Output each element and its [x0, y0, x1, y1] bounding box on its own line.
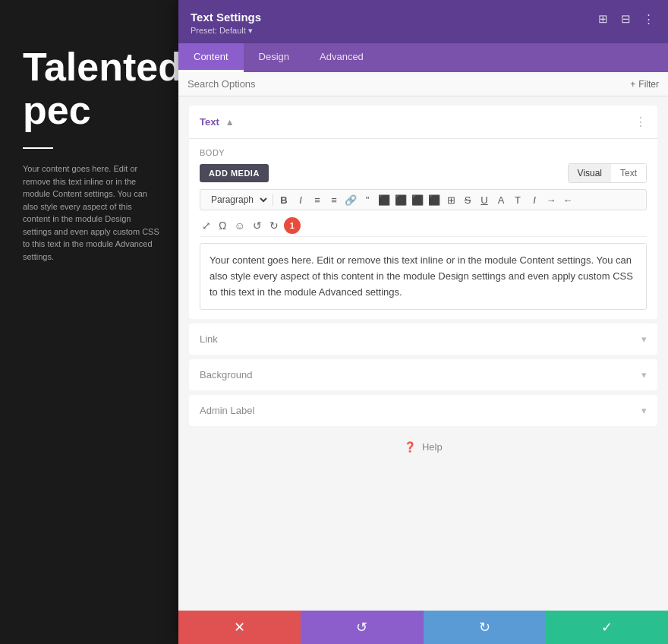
action-badge: 1	[284, 217, 301, 234]
unordered-list-button[interactable]: ≡	[310, 192, 325, 207]
modal-title: Text Settings	[191, 11, 261, 24]
modal-header-icons: ⊞ ⊟ ⋮	[595, 12, 656, 26]
editor-toolbar-format: Paragraph Heading 1 Heading 2 B I ≡ ≡ 🔗 …	[200, 189, 647, 210]
text-section-dots-icon[interactable]: ⋮	[635, 115, 647, 129]
help-label[interactable]: Help	[422, 441, 443, 453]
outdent-button[interactable]: ←	[560, 192, 575, 207]
indent-button[interactable]: →	[544, 192, 559, 207]
more-options-icon[interactable]: ⋮	[641, 12, 656, 26]
text-section-header[interactable]: Text ▲ ⋮	[189, 106, 657, 139]
format-divider-1	[273, 194, 273, 206]
align-right-button[interactable]: ⬛	[410, 192, 425, 207]
filter-plus-icon: +	[630, 79, 635, 90]
settings-icon[interactable]: ⊞	[595, 12, 610, 26]
add-media-button[interactable]: ADD MEDIA	[200, 164, 269, 182]
bg-divider	[23, 147, 53, 149]
undo-button[interactable]: ↺	[301, 611, 423, 644]
help-section: ❓ Help	[178, 426, 668, 468]
link-section-title: Link	[200, 333, 218, 345]
redo-icon: ↻	[479, 619, 490, 636]
filter-label: Filter	[638, 79, 659, 90]
justify-button[interactable]: ⬛	[427, 192, 442, 207]
admin-label-chevron-icon: ▾	[641, 405, 647, 416]
undo-editor-button[interactable]: ↺	[250, 218, 264, 233]
cancel-icon: ✕	[234, 619, 245, 636]
highlight-button[interactable]: T	[510, 192, 525, 207]
bottom-bar: ✕ ↺ ↻ ✓	[178, 611, 668, 644]
admin-label-section-title: Admin Label	[200, 405, 254, 416]
link-button[interactable]: 🔗	[343, 192, 358, 207]
align-left-button[interactable]: ⬛	[377, 192, 392, 207]
background-section-header[interactable]: Background ▾	[189, 359, 657, 390]
modal-header: Text Settings Preset: Default ▾ ⊞ ⊟ ⋮	[178, 0, 668, 43]
confirm-icon: ✓	[601, 619, 613, 636]
bg-title: Talented pec	[23, 46, 159, 132]
blockquote-button[interactable]: "	[360, 192, 375, 207]
modal-overlay: Text Settings Preset: Default ▾ ⊞ ⊟ ⋮ Co…	[178, 0, 668, 644]
text-section-content: Body ADD MEDIA Visual Text Paragraph Hea…	[189, 139, 657, 319]
bg-body-text: Your content goes here. Edit or remove t…	[23, 163, 159, 263]
search-bar: + Filter	[178, 72, 668, 96]
help-icon: ❓	[404, 441, 416, 453]
background-content: Talented pec Your content goes here. Edi…	[0, 0, 182, 286]
link-chevron-icon: ▾	[641, 333, 647, 345]
modal-body: Text ▲ ⋮ Body ADD MEDIA Visual Text	[178, 96, 668, 611]
text-section: Text ▲ ⋮ Body ADD MEDIA Visual Text	[189, 106, 657, 319]
background-section-title: Background	[200, 369, 252, 380]
redo-button[interactable]: ↻	[424, 611, 546, 644]
ordered-list-button[interactable]: ≡	[326, 192, 342, 207]
emoji-button[interactable]: ☺	[232, 218, 247, 233]
paragraph-select[interactable]: Paragraph Heading 1 Heading 2	[205, 192, 269, 207]
text-section-title: Text	[200, 116, 219, 128]
link-section-header[interactable]: Link ▾	[189, 324, 657, 355]
fullscreen-button[interactable]: ⤢	[200, 218, 213, 233]
body-label: Body	[200, 148, 647, 157]
table-button[interactable]: ⊞	[443, 192, 458, 207]
link-section: Link ▾	[189, 324, 657, 355]
special-char-button[interactable]: Ω	[216, 218, 228, 233]
tabs-bar: Content Design Advanced	[178, 43, 668, 72]
strikethrough-button[interactable]: S	[460, 192, 475, 207]
modal-header-left: Text Settings Preset: Default ▾	[191, 11, 261, 36]
underline-button[interactable]: U	[477, 192, 492, 207]
admin-label-section: Admin Label ▾	[189, 395, 657, 426]
text-section-chevron-icon: ▲	[225, 117, 235, 128]
background-section: Background ▾	[189, 359, 657, 390]
tab-design[interactable]: Design	[244, 43, 304, 72]
visual-text-toggle: Visual Text	[568, 163, 647, 183]
tab-content[interactable]: Content	[178, 43, 244, 72]
confirm-button[interactable]: ✓	[546, 611, 668, 644]
align-center-button[interactable]: ⬛	[393, 192, 408, 207]
text-button[interactable]: Text	[611, 164, 646, 182]
editor-content[interactable]: Your content goes here. Edit or remove t…	[200, 243, 647, 310]
text-color-button[interactable]: A	[493, 192, 509, 207]
editor-toolbar-top: ADD MEDIA Visual Text	[200, 163, 647, 183]
bold-button[interactable]: B	[276, 192, 291, 207]
search-input[interactable]	[187, 78, 630, 90]
text-section-title-row: Text ▲	[200, 116, 235, 128]
modal-preset[interactable]: Preset: Default ▾	[191, 26, 261, 36]
visual-button[interactable]: Visual	[569, 164, 611, 182]
cancel-button[interactable]: ✕	[178, 611, 301, 644]
tab-advanced[interactable]: Advanced	[304, 43, 379, 72]
filter-button[interactable]: + Filter	[630, 79, 659, 90]
admin-label-section-header[interactable]: Admin Label ▾	[189, 395, 657, 426]
italic2-button[interactable]: I	[527, 192, 542, 207]
expand-icon[interactable]: ⊟	[618, 12, 633, 26]
redo-editor-button[interactable]: ↻	[267, 218, 281, 233]
undo-icon: ↺	[356, 619, 367, 636]
italic-button[interactable]: I	[293, 192, 308, 207]
background-chevron-icon: ▾	[641, 369, 647, 380]
editor-toolbar-actions: ⤢ Ω ☺ ↺ ↻ 1	[200, 215, 647, 237]
